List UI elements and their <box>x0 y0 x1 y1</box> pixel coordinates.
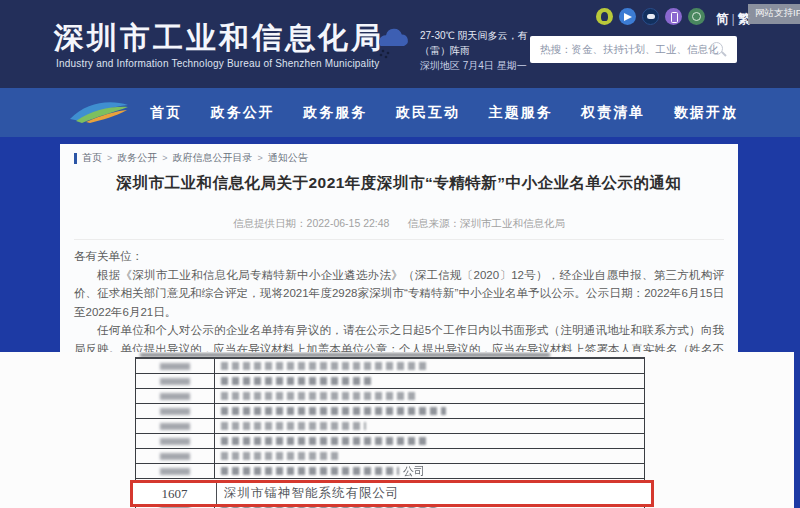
breadcrumb-separator: > <box>107 153 112 163</box>
blurred-number <box>160 393 190 400</box>
blurred-number <box>160 438 190 445</box>
blurred-number <box>160 363 190 370</box>
blurred-company-name <box>221 407 446 415</box>
page: 深圳市工业和信息化局 Industry and Information Tech… <box>0 0 800 508</box>
language-switch: 简|繁 <box>716 11 751 28</box>
site-subtitle: Industry and Information Technology Bure… <box>56 58 379 69</box>
mobile-icon[interactable] <box>665 8 682 25</box>
nav-item-responsibility-list[interactable]: 权责清单 <box>581 104 645 122</box>
meta-source-label: 信息来源： <box>407 217 460 229</box>
search-hot-keywords[interactable]: 热搜：资金、扶持计划、工业、信息化 <box>540 43 719 57</box>
blurred-company-name <box>221 452 341 460</box>
breadcrumb-separator: > <box>258 153 263 163</box>
header-quick-icons <box>596 8 705 25</box>
blurred-company-name <box>221 377 371 385</box>
main-nav: 首页 政务公开 政务服务 政民互动 主题服务 权责清单 数据开放 <box>0 88 800 137</box>
table-row: 公司 <box>136 464 644 479</box>
blurred-number <box>160 408 190 415</box>
meta-divider <box>74 239 724 240</box>
nav-item-interaction[interactable]: 政民互动 <box>396 104 460 122</box>
nav-item-open-data[interactable]: 数据开放 <box>674 104 738 122</box>
weather-cloud-icon <box>372 26 414 60</box>
site-title: 深圳市工业和信息化局 <box>54 18 384 59</box>
breadcrumb-info-catalog[interactable]: 政府信息公开目录 <box>173 151 253 165</box>
article-title: 深圳市工业和信息化局关于2021年度深圳市“专精特新”中小企业名单公示的通知 <box>60 173 738 194</box>
blurred-number <box>160 378 190 385</box>
table-row <box>136 359 644 374</box>
highlighted-row-number: 1607 <box>133 483 217 504</box>
globe-icon[interactable] <box>688 8 705 25</box>
meta-date-label: 信息提供日期： <box>233 217 307 229</box>
partial-company-text: 公司 <box>403 464 425 479</box>
table-row <box>136 374 644 389</box>
nav-item-topics[interactable]: 主题服务 <box>489 104 553 122</box>
blurred-company-name <box>221 362 426 370</box>
lang-divider: | <box>732 12 736 26</box>
search-input[interactable]: 热搜：资金、扶持计划、工业、信息化 <box>530 36 737 63</box>
table-row <box>136 449 644 464</box>
breadcrumb-gov-affairs[interactable]: 政务公开 <box>117 151 157 165</box>
breadcrumb: 首页 > 政务公开 > 政府信息公开目录 > 通知公告 <box>74 151 308 165</box>
table-row <box>136 404 644 419</box>
salutation: 各有关单位： <box>74 247 724 266</box>
blurred-company-name <box>221 392 416 400</box>
breadcrumb-separator: > <box>162 153 167 163</box>
nav-items: 首页 政务公开 政务服务 政民互动 主题服务 权责清单 数据开放 <box>150 88 738 137</box>
company-list-image: 公司 1607 深圳市镭神智能系统有限公司 <box>0 352 794 508</box>
meta-source-value: 深圳市工业和信息化局 <box>460 217 565 229</box>
chat-icon[interactable] <box>642 8 659 25</box>
site-header: 深圳市工业和信息化局 Industry and Information Tech… <box>0 0 800 88</box>
table-row <box>136 389 644 404</box>
paragraph-1: 根据《深圳市工业和信息化局专精特新中小企业遴选办法》（深工信规〔2020〕12号… <box>74 266 724 322</box>
blurred-number <box>160 468 190 475</box>
blurred-company-name <box>221 437 426 445</box>
article-meta: 信息提供日期：2022-06-15 22:48信息来源：深圳市工业和信息化局 <box>60 217 738 231</box>
ipv6-badge: 网站支持IPv6 <box>748 4 800 24</box>
breadcrumb-marker <box>74 153 77 164</box>
company-table: 公司 1607 深圳市镭神智能系统有限公司 <box>135 357 645 508</box>
nav-item-home[interactable]: 首页 <box>150 104 182 122</box>
blurred-company-name <box>221 422 366 430</box>
lang-simplified[interactable]: 简 <box>716 12 730 26</box>
breadcrumb-notices[interactable]: 通知公告 <box>268 151 308 165</box>
search-icon[interactable] <box>710 42 723 55</box>
paperplane-icon[interactable] <box>619 8 636 25</box>
table-row <box>136 419 644 434</box>
site-logo-icon <box>64 97 134 127</box>
blurred-company-name <box>221 467 399 475</box>
accessibility-icon[interactable] <box>596 8 613 25</box>
blurred-number <box>160 423 190 430</box>
meta-date-value: 2022-06-15 22:48 <box>307 217 390 229</box>
nav-item-gov-services[interactable]: 政务服务 <box>303 104 367 122</box>
blurred-number <box>160 453 190 460</box>
content-panel: 首页 > 政务公开 > 政府信息公开目录 > 通知公告 深圳市工业和信息化局关于… <box>60 144 738 352</box>
highlighted-table-row: 1607 深圳市镭神智能系统有限公司 <box>130 480 654 507</box>
highlighted-company-name: 深圳市镭神智能系统有限公司 <box>217 485 400 502</box>
table-row <box>136 434 644 449</box>
breadcrumb-home[interactable]: 首页 <box>82 151 102 165</box>
nav-item-gov-affairs[interactable]: 政务公开 <box>211 104 275 122</box>
